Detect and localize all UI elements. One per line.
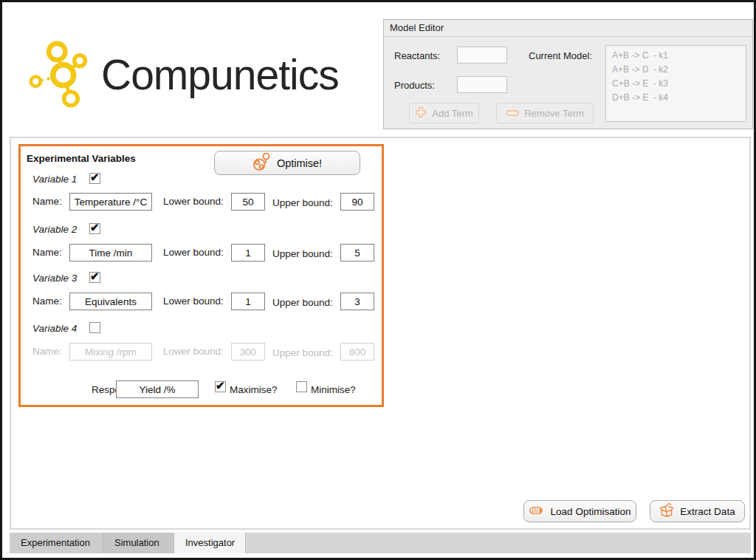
optimise-label: Optimise! <box>277 157 322 169</box>
current-model-listbox[interactable]: A+B -> C - k1 A+B -> D - k2 C+B -> E - k… <box>605 45 746 122</box>
products-input[interactable] <box>457 76 507 93</box>
upper-bound-label: Upper bound: <box>272 248 333 259</box>
tab-simulation[interactable]: Simulation <box>103 533 174 553</box>
variable3-name-input[interactable] <box>69 293 152 310</box>
variable2-upper-input[interactable] <box>340 244 374 262</box>
variable4-upper-input <box>340 343 374 361</box>
app-window: Compunetics Model Editor Reactants: Prod… <box>0 0 756 560</box>
variable3-lower-input[interactable] <box>231 293 265 310</box>
load-optimisation-label: Load Optimisation <box>551 506 631 517</box>
maximise-label: Maximise? <box>230 384 278 395</box>
model-term[interactable]: D+B -> E - k4 <box>612 91 740 105</box>
open-box-icon <box>659 502 674 520</box>
remove-term-button[interactable]: Remove Term <box>496 103 594 123</box>
optimise-molecule-icon <box>252 152 270 174</box>
variable1-checkbox[interactable] <box>89 173 100 184</box>
add-term-button[interactable]: Add Term <box>409 103 479 123</box>
load-optimisation-button[interactable]: Load Optimisation <box>523 500 636 522</box>
response-input[interactable] <box>116 380 199 398</box>
name-label: Name: <box>32 247 62 258</box>
lower-bound-label: Lower bound: <box>163 296 224 307</box>
model-term[interactable]: C+B -> E - k3 <box>612 77 740 91</box>
lower-bound-label: Lower bound: <box>163 247 224 258</box>
lower-bound-label: Lower bound: <box>163 346 224 357</box>
experimental-variables-title: Experimental Variables <box>27 153 136 164</box>
battery-icon <box>529 506 545 517</box>
maximise-checkbox[interactable] <box>215 381 226 392</box>
model-editor-panel: Model Editor Reactants: Products: Curren… <box>383 19 753 129</box>
variable3-checkbox[interactable] <box>89 272 100 283</box>
name-label: Name: <box>32 346 62 357</box>
upper-bound-label: Upper bound: <box>272 297 333 308</box>
name-label: Name: <box>32 296 62 307</box>
main-content-area: Experimental Variables Optimise! <box>10 137 751 530</box>
plus-icon <box>415 106 427 120</box>
reactants-label: Reactants: <box>394 50 440 61</box>
current-model-label: Current Model: <box>529 50 592 61</box>
variable1-label: Variable 1 <box>32 174 77 185</box>
tab-experimentation[interactable]: Experimentation <box>10 533 103 553</box>
variable3-label: Variable 3 <box>32 273 77 284</box>
variable1-lower-input[interactable] <box>231 193 265 211</box>
variable2-checkbox[interactable] <box>89 223 100 234</box>
variable3-upper-input[interactable] <box>340 293 374 310</box>
optimise-button[interactable]: Optimise! <box>214 151 360 175</box>
model-term[interactable]: A+B -> C - k1 <box>612 49 740 63</box>
extract-data-button[interactable]: Extract Data <box>650 500 745 522</box>
tab-investigator[interactable]: Investigator <box>174 533 246 553</box>
lower-bound-label: Lower bound: <box>163 196 224 207</box>
add-term-label: Add Term <box>432 108 472 119</box>
variable1-upper-input[interactable] <box>340 193 374 211</box>
remove-term-label: Remove Term <box>524 108 584 119</box>
name-label: Name: <box>32 196 62 207</box>
variable4-label: Variable 4 <box>32 323 77 334</box>
variable1-name-input[interactable] <box>69 193 152 211</box>
minus-icon <box>506 108 519 119</box>
variable4-checkbox[interactable] <box>89 322 100 333</box>
variable4-lower-input <box>231 343 265 361</box>
model-term[interactable]: A+B -> D - k2 <box>612 63 740 77</box>
upper-bound-label: Upper bound: <box>272 197 333 208</box>
tab-bar: Experimentation Simulation Investigator <box>10 533 751 553</box>
molecule-logo-icon <box>29 38 91 112</box>
reactants-input[interactable] <box>457 47 507 64</box>
minimise-label: Minimise? <box>311 384 356 395</box>
variable2-name-input[interactable] <box>69 244 152 262</box>
variable4-name-input <box>69 343 152 361</box>
minimise-checkbox[interactable] <box>296 381 307 392</box>
experimental-variables-panel: Experimental Variables Optimise! <box>18 144 384 407</box>
variable2-label: Variable 2 <box>32 224 77 235</box>
model-editor-title: Model Editor <box>384 20 752 37</box>
products-label: Products: <box>394 80 435 91</box>
logo-text: Compunetics <box>101 50 339 99</box>
upper-bound-label: Upper bound: <box>272 347 333 358</box>
app-logo: Compunetics <box>29 38 339 112</box>
variable2-lower-input[interactable] <box>231 244 265 262</box>
extract-data-label: Extract Data <box>680 506 735 517</box>
